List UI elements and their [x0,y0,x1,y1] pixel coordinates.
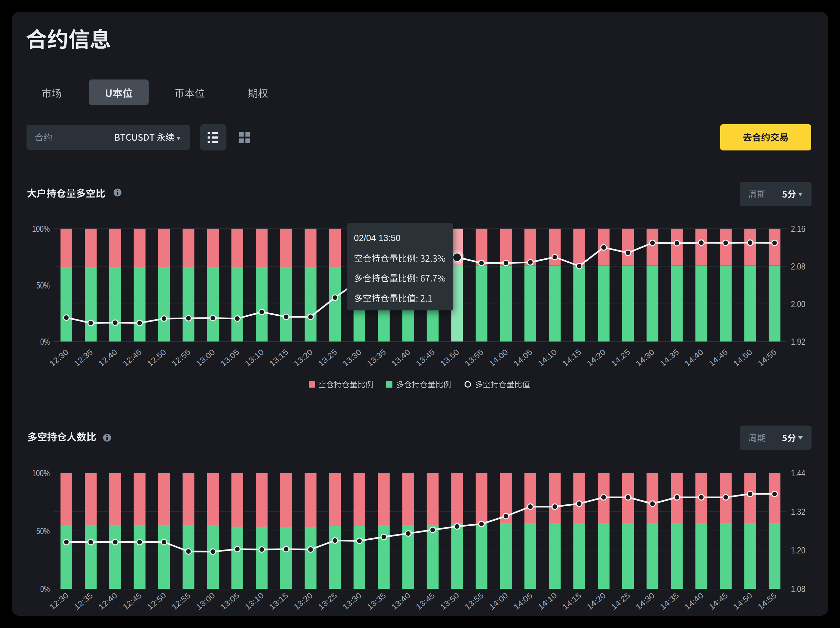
svg-text:14:30: 14:30 [634,591,656,611]
svg-text:13:00: 13:00 [194,347,217,368]
svg-text:14:20: 14:20 [585,347,607,368]
svg-text:13:00: 13:00 [194,591,217,611]
svg-text:13:25: 13:25 [317,591,339,611]
svg-text:12:35: 12:35 [73,591,95,611]
svg-text:2.00: 2.00 [791,299,805,309]
svg-text:13:35: 13:35 [365,347,388,368]
svg-text:13:20: 13:20 [292,347,314,368]
svg-text:12:50: 12:50 [145,347,167,368]
svg-text:14:00: 14:00 [488,591,510,611]
svg-text:12:45: 12:45 [121,591,144,611]
svg-text:1.20: 1.20 [791,546,805,556]
svg-text:12:50: 12:50 [145,591,167,611]
svg-text:14:20: 14:20 [585,591,607,611]
svg-text:14:25: 14:25 [609,347,632,368]
svg-text:12:55: 12:55 [170,591,192,611]
svg-text:12:30: 12:30 [48,347,70,368]
svg-text:13:10: 13:10 [243,591,265,611]
svg-text:1.44: 1.44 [791,468,805,478]
svg-text:14:50: 14:50 [732,347,754,368]
svg-text:14:30: 14:30 [634,347,656,368]
svg-text:14:40: 14:40 [683,347,705,368]
svg-text:12:40: 12:40 [96,591,119,611]
svg-text:14:35: 14:35 [658,591,681,611]
svg-text:13:45: 13:45 [414,591,436,611]
svg-text:1.92: 1.92 [791,337,805,347]
svg-text:13:15: 13:15 [267,591,290,611]
svg-text:14:10: 14:10 [536,591,559,611]
svg-text:13:35: 13:35 [365,591,388,611]
svg-text:13:55: 13:55 [463,591,485,611]
svg-text:1.08: 1.08 [791,584,805,594]
svg-text:14:45: 14:45 [707,591,729,611]
svg-text:50%: 50% [36,281,50,290]
svg-text:2.08: 2.08 [791,262,805,271]
svg-text:13:15: 13:15 [267,347,290,368]
svg-text:12:30: 12:30 [48,591,70,611]
svg-text:14:55: 14:55 [756,591,778,611]
svg-text:14:55: 14:55 [756,347,778,368]
svg-text:13:45: 13:45 [414,347,436,368]
svg-text:13:50: 13:50 [439,591,461,611]
svg-text:13:20: 13:20 [292,591,314,611]
svg-text:14:25: 14:25 [609,591,632,611]
svg-text:13:30: 13:30 [341,591,363,611]
svg-text:14:40: 14:40 [683,591,705,611]
svg-text:0%: 0% [40,337,50,347]
svg-text:13:25: 13:25 [317,347,339,368]
svg-text:14:05: 14:05 [512,591,534,611]
svg-text:12:45: 12:45 [121,347,144,368]
svg-text:0%: 0% [40,584,50,594]
svg-text:12:35: 12:35 [73,347,95,368]
svg-text:13:40: 13:40 [390,347,412,368]
svg-text:2.16: 2.16 [791,224,805,234]
svg-text:13:30: 13:30 [341,347,363,368]
svg-text:13:10: 13:10 [243,347,265,368]
svg-text:100%: 100% [32,224,50,234]
svg-text:14:15: 14:15 [561,347,583,368]
svg-text:13:40: 13:40 [390,591,412,611]
svg-text:14:05: 14:05 [512,347,534,368]
svg-text:50%: 50% [36,526,50,536]
svg-text:14:35: 14:35 [658,347,681,368]
svg-text:13:05: 13:05 [219,347,241,368]
svg-text:14:00: 14:00 [488,347,510,368]
svg-text:14:10: 14:10 [536,347,559,368]
svg-text:13:05: 13:05 [219,591,241,611]
svg-text:12:40: 12:40 [96,347,119,368]
svg-text:13:55: 13:55 [463,347,485,368]
svg-text:14:50: 14:50 [732,591,754,611]
svg-text:13:50: 13:50 [439,347,461,368]
svg-text:1.32: 1.32 [791,507,805,517]
svg-text:14:45: 14:45 [707,347,729,368]
svg-text:02/04 13:50: 02/04 13:50 [354,233,401,243]
svg-text:100%: 100% [32,468,50,478]
svg-text:12:55: 12:55 [170,347,192,368]
svg-text:14:15: 14:15 [561,591,583,611]
